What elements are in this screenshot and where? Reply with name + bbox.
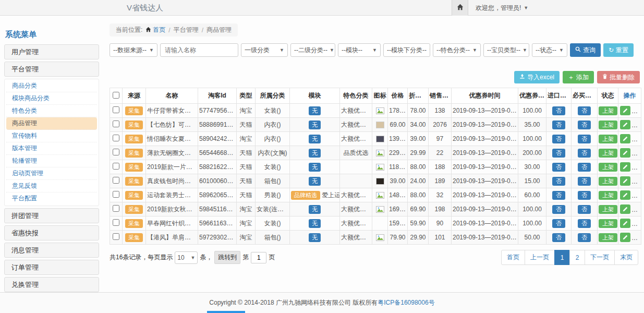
sidebar-group-3[interactable]: 省惠快报 xyxy=(4,225,99,240)
edit-button[interactable] xyxy=(620,148,630,158)
edit-button[interactable] xyxy=(620,162,630,172)
sidebar-item-商品分类[interactable]: 商品分类 xyxy=(6,80,97,92)
page-button-上一页[interactable]: 上一页 xyxy=(525,250,555,265)
edit-button[interactable] xyxy=(620,190,630,200)
status-toggle[interactable]: 上架 xyxy=(599,163,617,172)
edit-button[interactable] xyxy=(620,204,630,214)
edit-button[interactable] xyxy=(620,120,630,129)
status-toggle[interactable]: 上架 xyxy=(599,219,617,228)
sidebar-item-平台配置[interactable]: 平台配置 xyxy=(6,192,97,205)
page-button-1[interactable]: 1 xyxy=(554,250,570,265)
product-thumbnail xyxy=(376,178,384,185)
must-buy-toggle[interactable]: 否 xyxy=(578,191,591,200)
must-buy-toggle[interactable]: 否 xyxy=(578,106,591,115)
sidebar-group-0[interactable]: 用户管理 xyxy=(4,44,99,59)
must-buy-toggle[interactable]: 否 xyxy=(578,121,591,129)
edit-button[interactable] xyxy=(620,106,630,115)
row-checkbox[interactable] xyxy=(113,205,119,212)
import-select-toggle[interactable]: 否 xyxy=(552,219,565,228)
module-select[interactable]: --模块--▼ xyxy=(338,43,381,57)
page-button-末页[interactable]: 末页 xyxy=(614,250,638,265)
user-menu[interactable]: 欢迎您，管理员! ▼ xyxy=(468,0,528,16)
module-sub-select[interactable]: --模块下分类--▼ xyxy=(383,43,430,57)
item-type-select[interactable]: --宝贝类型--▼ xyxy=(483,43,529,57)
per-page-select[interactable]: 10▼ xyxy=(175,251,198,264)
row-checkbox[interactable] xyxy=(113,191,119,198)
import-select-toggle[interactable]: 否 xyxy=(552,191,565,200)
sidebar-item-特色分类[interactable]: 特色分类 xyxy=(6,105,97,117)
reset-button[interactable]: ↻ 重置 xyxy=(603,43,634,57)
import-select-toggle[interactable]: 否 xyxy=(552,106,565,115)
import-excel-button[interactable]: 导入excel xyxy=(514,71,560,83)
edit-button[interactable] xyxy=(620,233,630,242)
status-toggle[interactable]: 上架 xyxy=(599,177,617,186)
sidebar-item-意见反馈[interactable]: 意见反馈 xyxy=(6,180,97,192)
must-buy-toggle[interactable]: 否 xyxy=(578,205,591,214)
level1-category-select[interactable]: 一级分类▼ xyxy=(241,43,288,57)
page-button-下一页[interactable]: 下一页 xyxy=(585,250,615,265)
cell-discount-price: 78.00 xyxy=(408,104,429,118)
sidebar-item-模块商品分类[interactable]: 模块商品分类 xyxy=(6,92,97,105)
must-buy-toggle[interactable]: 否 xyxy=(578,219,591,228)
cell-sales: 90 xyxy=(429,216,452,231)
sidebar-group-4[interactable]: 消息管理 xyxy=(4,243,99,258)
data-source-select[interactable]: --数据来源--▼ xyxy=(110,43,157,57)
name-search-input[interactable] xyxy=(160,43,238,57)
import-select-toggle[interactable]: 否 xyxy=(552,135,565,143)
row-checkbox[interactable] xyxy=(113,177,119,184)
batch-delete-button[interactable]: 批量删除 xyxy=(597,71,640,83)
row-checkbox[interactable] xyxy=(113,135,119,141)
row-checkbox[interactable] xyxy=(113,233,119,240)
import-select-toggle[interactable]: 否 xyxy=(552,121,565,129)
import-select-toggle[interactable]: 否 xyxy=(552,149,565,158)
sidebar-group-5[interactable]: 订单管理 xyxy=(4,260,99,275)
level2-category-select[interactable]: --二级分类--▼ xyxy=(290,43,335,57)
sidebar-group-2[interactable]: 拼团管理 xyxy=(4,208,99,223)
import-select-toggle[interactable]: 否 xyxy=(552,163,565,172)
add-button[interactable]: ＋ 添加 xyxy=(563,71,594,83)
jump-page-input[interactable] xyxy=(251,252,266,263)
sidebar-item-商品管理[interactable]: 商品管理 xyxy=(6,117,97,130)
must-buy-toggle[interactable]: 否 xyxy=(578,177,591,186)
import-select-toggle[interactable]: 否 xyxy=(552,177,565,186)
page-button-2[interactable]: 2 xyxy=(569,250,585,265)
import-select-toggle[interactable]: 否 xyxy=(552,233,565,242)
page-button-首页[interactable]: 首页 xyxy=(501,250,525,265)
breadcrumb-home-link[interactable]: 首页 xyxy=(145,26,165,34)
edit-button[interactable] xyxy=(620,176,630,186)
status-toggle[interactable]: 上架 xyxy=(599,121,617,129)
edit-button[interactable] xyxy=(620,134,630,143)
must-buy-toggle[interactable]: 否 xyxy=(578,233,591,242)
sidebar-group-1[interactable]: 平台管理 xyxy=(4,62,99,77)
feature-category-select[interactable]: --特色分类--▼ xyxy=(433,43,481,57)
search-button[interactable]: 查询 xyxy=(570,43,601,57)
row-checkbox[interactable] xyxy=(113,163,119,170)
status-toggle[interactable]: 上架 xyxy=(599,106,617,115)
status-select[interactable]: --状态--▼ xyxy=(532,43,567,57)
cell-feature-category: 品质优选 xyxy=(340,146,372,160)
row-checkbox[interactable] xyxy=(113,121,119,127)
status-toggle[interactable]: 上架 xyxy=(599,149,617,158)
edit-button[interactable] xyxy=(620,219,630,228)
select-all-checkbox[interactable] xyxy=(113,92,119,99)
sidebar-group-6[interactable]: 兑换管理 xyxy=(4,277,99,292)
sidebar-item-轮播管理[interactable]: 轮播管理 xyxy=(6,155,97,167)
status-toggle[interactable]: 上架 xyxy=(599,135,617,143)
jump-to-button[interactable]: 跳转到 xyxy=(214,251,240,264)
row-checkbox[interactable] xyxy=(113,149,119,155)
row-checkbox[interactable] xyxy=(113,106,119,113)
sidebar-item-宣传物料[interactable]: 宣传物料 xyxy=(6,130,97,142)
must-buy-toggle[interactable]: 否 xyxy=(578,135,591,143)
row-checkbox[interactable] xyxy=(113,219,119,226)
sidebar-item-版本管理[interactable]: 版本管理 xyxy=(6,142,97,155)
icp-link[interactable]: 粤ICP备16098006号 xyxy=(378,298,434,307)
must-buy-toggle[interactable]: 否 xyxy=(578,163,591,172)
status-toggle[interactable]: 上架 xyxy=(599,233,617,242)
cell-category: 内衣() xyxy=(256,118,290,132)
must-buy-toggle[interactable]: 否 xyxy=(578,149,591,158)
home-button[interactable] xyxy=(452,0,468,16)
status-toggle[interactable]: 上架 xyxy=(599,191,617,200)
status-toggle[interactable]: 上架 xyxy=(599,205,617,214)
import-select-toggle[interactable]: 否 xyxy=(552,205,565,214)
sidebar-item-启动页管理[interactable]: 启动页管理 xyxy=(6,167,97,180)
